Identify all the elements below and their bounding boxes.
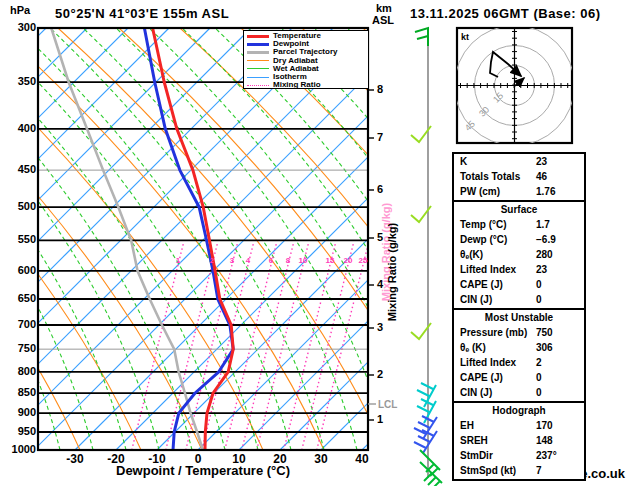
wet-adiabat-line [182,28,456,450]
table-row-label: θₑ(K) [460,247,536,262]
table-row: CAPE (J)0 [454,277,584,292]
table-row-label: Totals Totals [460,169,536,184]
legend-swatch-isotherm [247,77,269,78]
table-row: K23 [454,154,584,169]
table-row-value: 23 [536,262,547,277]
table-row-value: 237° [536,448,557,463]
table-row-value: 750 [536,325,553,340]
table-section-title: Surface [454,202,584,217]
table-row-value: 170 [536,418,553,433]
table-row-value: 306 [536,340,553,355]
table-row: CAPE (J)0 [454,370,584,385]
legend-item: Isotherm [247,73,368,81]
table-section-title: Most Unstable [454,310,584,325]
legend-swatch-wet-adiabat [247,68,269,69]
lcl-label: LCL [378,399,397,410]
table-row: Totals Totals46 [454,169,584,184]
table-row: EH170 [454,418,584,433]
table-row-label: K [460,154,536,169]
table-row-label: Lifted Index [460,262,536,277]
legend-item: Temperature [247,32,368,40]
table-row-value: 0 [536,370,542,385]
x-axis-label: Dewpoint / Temperature (°C) [38,463,368,478]
table-section: HodographEH170SREH148StmDir237°StmSpd (k… [454,401,584,479]
wind-barb [417,399,436,423]
table-row-label: Lifted Index [460,355,536,370]
legend-swatch-dry-adiabat [247,60,269,61]
station-title: 50°25'N 41°03'E 155m ASL [55,6,229,21]
legend-label: Dewpoint [273,40,309,48]
wind-barb [415,28,428,46]
table-row-value: 1.7 [536,217,550,232]
table-row-label: SREH [460,433,536,448]
table-row-label: EH [460,418,536,433]
indices-table: K23Totals Totals46PW (cm)1.76SurfaceTemp… [452,152,586,481]
pressure-unit-label: hPa [10,4,30,16]
table-row-value: 280 [536,247,553,262]
legend-swatch-temperature [247,35,269,38]
parcel-trajectory-curve [51,28,203,450]
wet-adiabat-line [0,28,60,450]
legend-item: Mixing Ratio [247,81,368,89]
hodograph-unit-label: kt [461,32,469,42]
table-row: Lifted Index2 [454,355,584,370]
legend-label: Mixing Ratio [273,81,321,89]
table-row-label: CAPE (J) [460,370,536,385]
table-row-value: 46 [536,169,547,184]
wet-adiabat-line [17,28,291,450]
legend-item: Parcel Trajectory [247,48,368,56]
table-row-label: Dewp (°C) [460,232,536,247]
table-row-value: 0 [536,277,542,292]
mixing-axis-label: Mixing Ratio (g/kg) [386,222,398,321]
table-row: θₑ(K)280 [454,247,584,262]
isotherm-line [0,28,87,450]
table-row: PW (cm)1.76 [454,184,584,199]
km-unit-label: km [376,2,392,14]
dry-adiabat-line [0,28,202,450]
table-row: θₑ (K)306 [454,340,584,355]
table-row-label: Pressure (mb) [460,325,536,340]
isotherm-line [75,28,497,450]
table-row-label: CIN (J) [460,385,536,400]
table-section-title: Hodograph [454,403,584,418]
table-section: SurfaceTemp (°C)1.7Dewp (°C)−6.9θₑ(K)280… [454,200,584,308]
table-row: Lifted Index23 [454,262,584,277]
table-row-value: 148 [536,433,553,448]
legend-label: Wet Adiabat [273,65,319,73]
table-row-value: −6.9 [536,232,556,247]
legend-swatch-parcel-trajectory [247,51,269,54]
table-row-label: CIN (J) [460,292,536,307]
mixing-ratio-line [202,242,254,450]
table-row-label: StmSpd (kt) [460,463,536,478]
table-row: CIN (J)0 [454,385,584,400]
table-row: Pressure (mb)750 [454,325,584,340]
table-row-label: PW (cm) [460,184,536,199]
table-section: Most UnstablePressure (mb)750θₑ (K)306Li… [454,308,584,401]
legend-label: Parcel Trajectory [273,48,337,56]
table-section: K23Totals Totals46PW (cm)1.76 [454,154,584,200]
legend-label: Dry Adiabat [273,57,318,65]
skewt-sounding-page: Mixing Ratio (g/kg)Mixing Ratio (g/kg)LC… [0,0,629,486]
legend-swatch-mixing-ratio [247,85,269,86]
dry-adiabat-line [0,28,141,450]
dry-adiabat-line [58,28,385,450]
asl-unit-label: ASL [372,14,394,26]
table-row: SREH148 [454,433,584,448]
legend-label: Temperature [273,32,321,40]
table-row-value: 2 [536,355,542,370]
isotherm-line [0,28,169,450]
wind-barb [417,383,436,407]
table-row-value: 0 [536,292,542,307]
legend-item: Wet Adiabat [247,65,368,73]
table-row: CIN (J)0 [454,292,584,307]
table-row: Dewp (°C)−6.9 [454,232,584,247]
legend-item: Dry Adiabat [247,57,368,65]
table-row-value: 7 [536,463,542,478]
table-row-label: θₑ (K) [460,340,536,355]
legend-item: Dewpoint [247,40,368,48]
legend-swatch-dewpoint [247,43,269,46]
table-row-value: 0 [536,385,542,400]
legend: TemperatureDewpointParcel TrajectoryDry … [243,30,369,89]
table-row: Temp (°C)1.7 [454,217,584,232]
table-row-value: 1.76 [536,184,555,199]
